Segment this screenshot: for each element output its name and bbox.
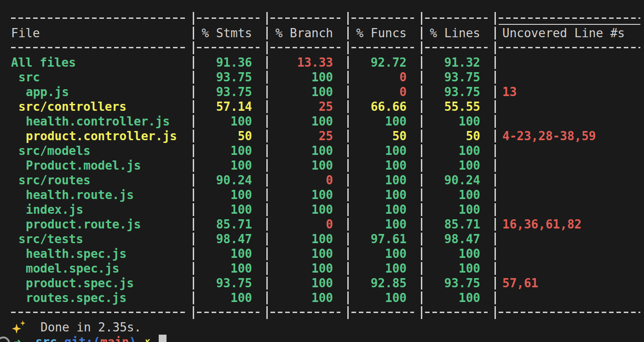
cell-branch: 100: [270, 291, 344, 305]
cell-uncovered-lines: 16,36,61,82: [499, 217, 644, 232]
border-segment: [11, 40, 190, 55]
column-separator: [491, 85, 499, 99]
prompt-arrow-icon: ➜: [14, 335, 21, 342]
column-separator: [344, 11, 351, 26]
column-separator: [418, 11, 425, 26]
cell-file: product.route.js: [11, 217, 190, 232]
column-separator: [190, 305, 197, 320]
cell-uncovered-lines: 4-23,28-38,59: [499, 129, 644, 143]
column-separator: [418, 55, 425, 70]
cell-branch: 100: [270, 202, 344, 217]
column-separator: [263, 202, 270, 217]
cell-lines: 100: [425, 291, 491, 305]
cell-funcs: 0: [351, 85, 418, 99]
done-status-line: Done in 2.35s.: [11, 320, 644, 335]
cell-lines: 100: [425, 114, 491, 129]
dash-line: [351, 17, 414, 19]
table-row: src/controllers57.142566.6655.55: [11, 99, 644, 114]
cell-stmts: 93.75: [197, 70, 263, 85]
column-separator: [263, 85, 270, 99]
cell-funcs: 97.61: [351, 232, 418, 246]
column-header-lines: % Lines: [425, 26, 491, 40]
cell-lines: 100: [425, 202, 491, 217]
cell-lines: 98.47: [425, 232, 491, 246]
column-separator: [491, 11, 499, 26]
cell-funcs: 100: [351, 217, 418, 232]
table-row: src/tests98.4710097.6198.47: [11, 232, 644, 246]
column-separator: [491, 55, 499, 70]
cell-branch: 100: [270, 158, 344, 173]
column-separator: [418, 202, 425, 217]
cell-funcs: 100: [351, 261, 418, 276]
cell-funcs: 100: [351, 188, 418, 202]
cell-stmts: 93.75: [197, 85, 263, 99]
column-separator: [190, 70, 197, 85]
dash-line: [425, 47, 488, 48]
table-row: routes.spec.js100100100100: [11, 291, 644, 305]
column-separator: [190, 246, 197, 261]
cell-funcs: 66.66: [351, 99, 418, 114]
cell-funcs: 100: [351, 202, 418, 217]
column-separator: [491, 246, 499, 261]
column-separator: [344, 305, 351, 320]
dash-line: [11, 47, 186, 48]
column-separator: [344, 26, 351, 40]
coverage-table-body: All files91.3613.3392.7291.32src93.75100…: [11, 55, 644, 305]
column-separator: [263, 143, 270, 158]
column-separator: [190, 129, 197, 143]
column-header-funcs: % Funcs: [351, 26, 418, 40]
column-separator: [190, 188, 197, 202]
column-separator: [491, 143, 499, 158]
column-separator: [491, 26, 499, 40]
cell-branch: 100: [270, 188, 344, 202]
git-suffix: ): [129, 335, 137, 342]
terminal-window[interactable]: File % Stmts % Branch % Funcs % Lines Un…: [0, 0, 644, 342]
cell-uncovered-lines: [499, 202, 644, 217]
cell-stmts: 100: [197, 114, 263, 129]
shell-prompt[interactable]: ➜ src git:(main) ✗: [11, 335, 644, 342]
table-border-row: [11, 40, 644, 55]
cell-lines: 93.75: [425, 85, 491, 99]
column-separator: [344, 188, 351, 202]
table-border-bottom: [11, 305, 644, 320]
column-separator: [263, 40, 270, 55]
column-separator: [344, 55, 351, 70]
column-separator: [190, 232, 197, 246]
cell-branch: 25: [270, 129, 344, 143]
table-row: app.js93.75100093.7513: [11, 85, 644, 99]
cell-funcs: 100: [351, 143, 418, 158]
table-border-top: [11, 11, 644, 26]
sparkle-star-small: [20, 320, 25, 326]
cell-file: app.js: [11, 85, 190, 99]
cell-uncovered-lines: [499, 55, 644, 70]
cell-file: src/models: [11, 143, 190, 158]
cell-branch: 0: [270, 217, 344, 232]
cell-stmts: 93.75: [197, 276, 263, 291]
column-separator: [344, 85, 351, 99]
cell-uncovered-lines: [499, 261, 644, 276]
cell-uncovered-lines: 13: [499, 85, 644, 99]
dash-line: [11, 312, 186, 313]
dash-line: [425, 17, 488, 19]
border-segment: [270, 40, 344, 55]
cell-file: src/routes: [11, 173, 190, 188]
border-segment: [197, 305, 263, 320]
column-separator: [190, 202, 197, 217]
cell-file: routes.spec.js: [11, 291, 190, 305]
cell-branch: 100: [270, 70, 344, 85]
cell-lines: 100: [425, 143, 491, 158]
cell-uncovered-lines: [499, 143, 644, 158]
column-separator: [344, 232, 351, 246]
table-row: health.route.js100100100100: [11, 188, 644, 202]
column-separator: [418, 158, 425, 173]
border-segment: [499, 305, 644, 320]
dash-line: [425, 312, 488, 313]
terminal-cursor[interactable]: [159, 335, 167, 342]
column-separator: [344, 261, 351, 276]
column-separator: [190, 26, 197, 40]
table-row: src/models100100100100: [11, 143, 644, 158]
cell-stmts: 90.24: [197, 173, 263, 188]
column-separator: [263, 26, 270, 40]
column-separator: [263, 291, 270, 305]
cell-uncovered-lines: [499, 158, 644, 173]
